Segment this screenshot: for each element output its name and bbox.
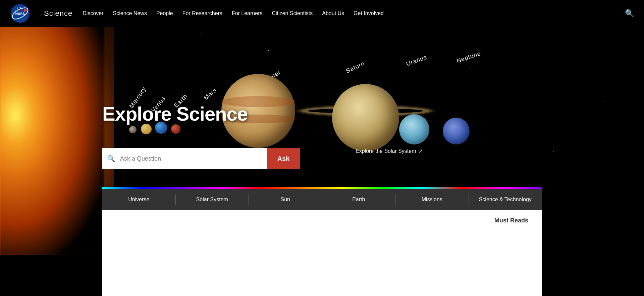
search-bar: 🔍 Ask bbox=[102, 148, 300, 169]
main-nav: Discover Science News People For Researc… bbox=[83, 10, 618, 16]
ask-button[interactable]: Ask bbox=[267, 148, 300, 169]
science-label: Science bbox=[44, 9, 72, 18]
category-science-technology[interactable]: Science & Technology bbox=[469, 189, 542, 210]
header-divider bbox=[37, 7, 37, 20]
uranus-planet[interactable] bbox=[399, 114, 429, 144]
category-nav: Universe Solar System Sun Earth Missions… bbox=[102, 189, 542, 210]
nav-item-discover[interactable]: Discover bbox=[83, 10, 103, 16]
star bbox=[369, 44, 369, 44]
svg-point-5 bbox=[20, 7, 21, 8]
venus-planet[interactable] bbox=[141, 124, 152, 134]
solar-system-link-text: Explore the Solar System bbox=[356, 148, 416, 154]
mars-planet[interactable] bbox=[171, 124, 180, 134]
explore-science-heading: Explore Science bbox=[102, 102, 248, 125]
nav-item-about-us[interactable]: About Us bbox=[322, 10, 344, 16]
mercury-planet[interactable] bbox=[129, 126, 137, 133]
search-bar-icon: 🔍 bbox=[102, 155, 120, 163]
svg-text:NASA: NASA bbox=[15, 12, 25, 16]
uranus-label[interactable]: Uranus bbox=[405, 54, 428, 68]
nasa-logo[interactable]: NASA bbox=[10, 3, 30, 24]
sun-surface bbox=[0, 0, 104, 255]
category-sun[interactable]: Sun bbox=[249, 189, 322, 210]
nav-item-for-learners[interactable]: For Learners bbox=[232, 10, 263, 16]
mars-label[interactable]: Mars bbox=[202, 87, 218, 101]
svg-point-3 bbox=[15, 10, 16, 11]
nav-item-citizen-scientists[interactable]: Citizen Scientists bbox=[272, 10, 313, 16]
search-input[interactable] bbox=[120, 155, 267, 162]
search-icon[interactable]: 🔍 bbox=[625, 9, 634, 18]
nav-item-get-involved[interactable]: Get Involved bbox=[354, 10, 384, 16]
nav-item-people[interactable]: People bbox=[156, 10, 173, 16]
saturn-label[interactable]: Saturn bbox=[345, 60, 366, 75]
category-missions[interactable]: Missions bbox=[395, 189, 469, 210]
star bbox=[201, 34, 202, 34]
saturn-planet bbox=[332, 84, 399, 151]
star bbox=[268, 50, 269, 51]
nav-item-science-news[interactable]: Science News bbox=[113, 10, 147, 16]
solar-system-link[interactable]: Explore the Solar System ↗ bbox=[356, 148, 423, 154]
star bbox=[553, 151, 554, 152]
content-area: Must Reads bbox=[102, 210, 542, 296]
external-link-icon: ↗ bbox=[418, 148, 423, 154]
neptune-planet[interactable] bbox=[443, 118, 470, 144]
category-earth[interactable]: Earth bbox=[322, 189, 395, 210]
category-universe[interactable]: Universe bbox=[102, 189, 175, 210]
nav-item-for-researchers[interactable]: For Researchers bbox=[182, 10, 222, 16]
category-solar-system[interactable]: Solar System bbox=[176, 189, 249, 210]
svg-point-4 bbox=[17, 8, 18, 9]
star bbox=[537, 30, 537, 31]
site-header: NASA Science Discover Science News Peopl… bbox=[0, 0, 644, 27]
must-reads-heading: Must Reads bbox=[494, 217, 528, 224]
